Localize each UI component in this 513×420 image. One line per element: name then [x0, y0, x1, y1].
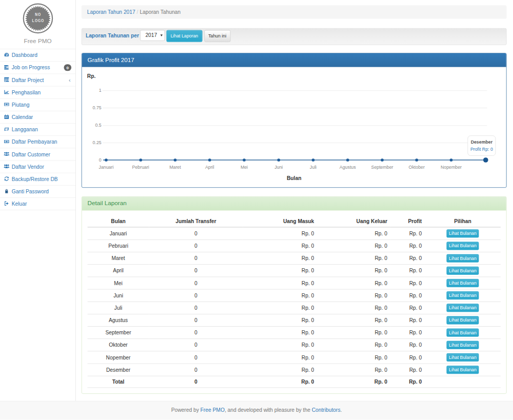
svg-text:NO: NO [35, 12, 41, 17]
svg-text:LOGO: LOGO [32, 18, 44, 24]
